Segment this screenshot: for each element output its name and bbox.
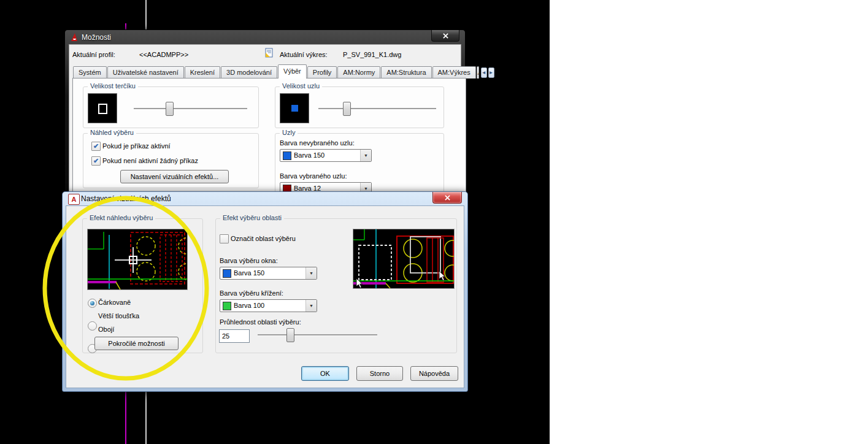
- opacity-slider[interactable]: [258, 328, 377, 342]
- grip-size-group-title: Velikost uzlu: [280, 82, 322, 90]
- dropdown-value: Barva 100: [234, 302, 264, 309]
- thickened-radio[interactable]: [88, 321, 97, 331]
- unselected-grip-color-label: Barva nevybraného uzlu:: [280, 139, 355, 147]
- tab-profiles[interactable]: Profily: [307, 66, 337, 78]
- tab-user-settings[interactable]: Uživatelské nastavení: [107, 66, 184, 78]
- opacity-input[interactable]: [219, 329, 250, 343]
- autocad-mechanical-icon: A: [68, 194, 80, 205]
- chevron-down-icon: ▼: [305, 300, 317, 312]
- grip-square: [291, 105, 298, 112]
- white-side-panel: [550, 0, 868, 444]
- visual-effects-titlebar[interactable]: A Nastavení vizuálních efektů: [63, 192, 467, 205]
- tab-drafting[interactable]: Kreslení: [185, 66, 220, 78]
- window-selection-color-dropdown[interactable]: Barva 150 ▼: [220, 267, 317, 280]
- visual-effects-settings-button[interactable]: Nastavení vizuálních efektů...: [120, 170, 229, 183]
- color-swatch: [223, 302, 231, 310]
- slider-groove: [258, 334, 377, 336]
- chevron-down-icon: ▼: [305, 267, 317, 279]
- selection-preview-group: Náhled výběru ✔ Pokud je příkaz aktivní …: [83, 133, 259, 188]
- thickened-radio-label: Větší tloušťka: [98, 312, 139, 320]
- indicate-selection-area-label: Označit oblast výběru: [231, 235, 296, 242]
- grip-size-group: Velikost uzlu: [275, 86, 444, 128]
- visual-effects-dialog: A Nastavení vizuálních efektů Efekt náhl…: [62, 191, 468, 392]
- selection-preview-group-title: Náhled výběru: [88, 129, 136, 136]
- visual-effects-dialog-title: Nastavení vizuálních efektů: [81, 194, 171, 203]
- command-active-checkbox[interactable]: ✔: [91, 142, 101, 151]
- tab-am-struktura[interactable]: AM:Struktura: [381, 66, 431, 78]
- current-profile-value: <<ACADMPP>>: [139, 51, 188, 58]
- slider-groove: [134, 108, 247, 110]
- advanced-options-button[interactable]: Pokročilé možnosti: [94, 337, 179, 350]
- options-titlebar[interactable]: Možnosti: [65, 30, 465, 44]
- help-button[interactable]: Nápověda: [410, 366, 458, 381]
- options-dialog: Možnosti Aktuální profil: <<ACADMPP>> Ak…: [64, 29, 466, 195]
- area-selection-effect-title: Efekt výběru oblasti: [220, 214, 284, 221]
- tab-am-vykres[interactable]: AM:Výkres: [432, 66, 476, 78]
- command-active-label: Pokud je příkaz aktivní: [102, 142, 171, 150]
- pickbox-size-group-title: Velikost terčíku: [88, 82, 138, 90]
- slider-groove: [318, 108, 436, 110]
- dashed-radio-label: Čárkovaně: [98, 299, 131, 306]
- grips-group-title: Uzly: [280, 129, 298, 136]
- grip-size-slider[interactable]: [318, 102, 436, 115]
- dashed-radio[interactable]: [88, 299, 97, 308]
- desktop: Možnosti Aktuální profil: <<ACADMPP>> Ak…: [0, 0, 868, 444]
- selection-preview-effect-group: Efekt náhledu výběru: [82, 218, 203, 353]
- tab-3d-modeling[interactable]: 3D modelování: [221, 66, 277, 78]
- tab-clipped[interactable]: A: [477, 66, 479, 78]
- no-command-label: Pokud není aktivní žádný příkaz: [102, 157, 198, 164]
- area-selection-effect-group: Efekt výběru oblasti Označit oblast výbě…: [215, 218, 457, 353]
- drawing-file-icon: [264, 48, 274, 58]
- cad-preview-dashed: [87, 229, 188, 290]
- tab-system[interactable]: Systém: [73, 66, 107, 78]
- tab-selection[interactable]: Výběr: [278, 64, 307, 78]
- slider-handle[interactable]: [166, 102, 174, 116]
- options-dialog-body: Aktuální profil: <<ACADMPP>> Aktuální vý…: [69, 44, 461, 196]
- grip-preview: [280, 93, 309, 123]
- window-selection-color-label: Barva výběru okna:: [220, 257, 278, 264]
- crossing-selection-color-dropdown[interactable]: Barva 100 ▼: [220, 299, 317, 312]
- indicate-selection-area-checkbox[interactable]: [220, 234, 229, 243]
- unselected-grip-color-dropdown[interactable]: Barva 150 ▼: [280, 149, 372, 162]
- tab-am-normy[interactable]: AM:Normy: [337, 66, 380, 78]
- ok-button[interactable]: OK: [301, 366, 349, 381]
- cancel-button[interactable]: Storno: [356, 366, 403, 381]
- grips-group: Uzly Barva nevybraného uzlu: Barva 150 ▼…: [275, 133, 444, 195]
- tab-scroll-left-icon[interactable]: ◄: [481, 67, 487, 78]
- autocad-icon: [70, 33, 80, 42]
- dropdown-value: Barva 150: [294, 151, 325, 159]
- tab-scroll-right-icon[interactable]: ►: [488, 67, 494, 78]
- cad-preview-area: [353, 229, 455, 289]
- current-profile-label: Aktuální profil:: [72, 51, 115, 58]
- pickbox-preview: [88, 93, 117, 123]
- current-drawing-value: P_SV_991_K1.dwg: [343, 51, 401, 58]
- color-swatch: [283, 151, 291, 160]
- options-tabstrip: Systém Uživatelské nastavení Kreslení 3D…: [73, 65, 457, 78]
- chevron-down-icon: ▼: [360, 150, 371, 161]
- selection-area-opacity-label: Průhlednost oblasti výběru:: [220, 318, 301, 326]
- selected-grip-color-label: Barva vybraného uzlu:: [280, 172, 347, 180]
- crossing-selection-color-label: Barva výběru křížení:: [220, 289, 283, 297]
- visual-effects-body: Efekt náhledu výběru: [66, 205, 464, 388]
- no-command-checkbox[interactable]: ✔: [91, 156, 101, 166]
- options-dialog-title: Možnosti: [82, 33, 111, 42]
- current-drawing-label: Aktuální výkres:: [280, 51, 328, 58]
- slider-handle[interactable]: [343, 102, 351, 116]
- selection-tab-panel: Velikost terčíku Velikost uzlu: [72, 78, 466, 196]
- slider-handle[interactable]: [286, 328, 294, 342]
- both-radio-label: Obojí: [98, 326, 114, 333]
- close-icon[interactable]: [431, 30, 459, 42]
- close-icon[interactable]: [432, 192, 462, 204]
- pickbox-size-group: Velikost terčíku: [83, 86, 259, 128]
- pickbox-square: [98, 104, 107, 114]
- pickbox-size-slider[interactable]: [134, 102, 247, 115]
- color-swatch: [223, 269, 231, 278]
- dropdown-value: Barva 150: [234, 269, 264, 277]
- selection-preview-effect-title: Efekt náhledu výběru: [87, 214, 155, 221]
